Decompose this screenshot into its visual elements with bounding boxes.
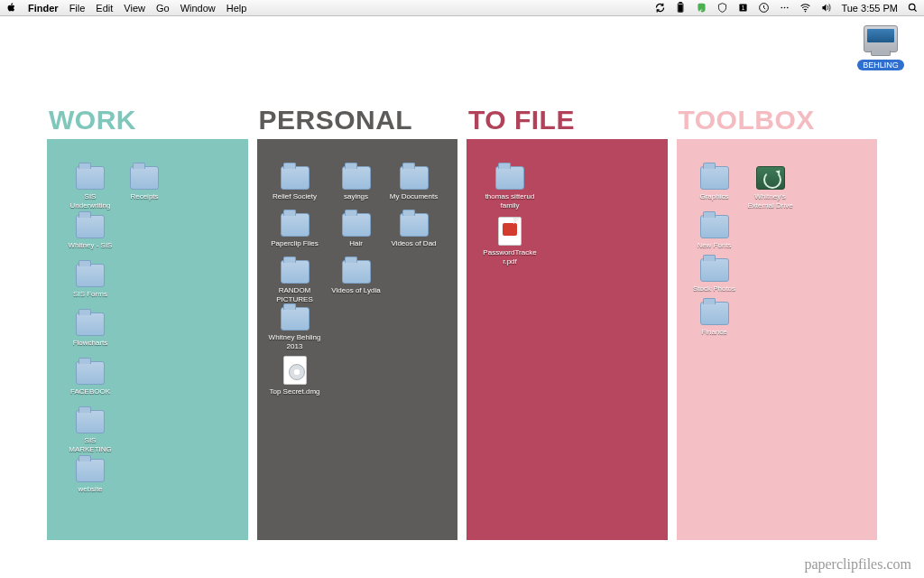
evernote-icon[interactable]: [696, 2, 707, 14]
icon-label: Paperclip Files: [268, 239, 322, 248]
drive-whitneys-external[interactable]: Whitney's External Drive: [744, 166, 798, 210]
folder-icon: [130, 166, 159, 190]
folder-icon: [281, 260, 310, 284]
timemachine-icon[interactable]: [758, 2, 770, 14]
desktop[interactable]: BEHLING WORK SIS Underwriting Receipts W…: [0, 16, 924, 578]
apple-menu[interactable]: [5, 2, 17, 14]
hard-drive-label: BEHLING: [857, 60, 904, 70]
menu-window[interactable]: Window: [180, 3, 216, 14]
zone-personal: PERSONAL Relief Society sayings My Docum…: [257, 125, 458, 540]
time-machine-drive-icon: [756, 166, 785, 190]
menu-edit[interactable]: Edit: [96, 3, 113, 14]
svg-point-8: [787, 7, 789, 9]
folder-icon: [342, 166, 371, 190]
folder-sis-underwriting[interactable]: SIS Underwriting: [63, 166, 117, 210]
dmg-icon: [283, 356, 307, 385]
icon-label: FACEBOOK: [63, 387, 117, 396]
zone-toolbox: TOOLBOX Graphics Whitney's External Driv…: [677, 125, 878, 540]
shield-icon[interactable]: [716, 2, 728, 14]
folder-sis-marketing[interactable]: SIS MARKETING: [63, 410, 117, 454]
svg-point-7: [784, 7, 786, 9]
watermark: paperclipfiles.com: [804, 556, 911, 573]
icon-label: website: [63, 485, 117, 494]
hard-drive-icon[interactable]: BEHLING: [854, 25, 908, 71]
folder-sayings[interactable]: sayings: [329, 166, 383, 201]
icon-label: Hair: [329, 239, 383, 248]
folder-paperclip-files[interactable]: Paperclip Files: [268, 213, 322, 248]
zone-work-title: WORK: [49, 105, 136, 135]
folder-icon: [700, 215, 729, 238]
folder-icon: [281, 213, 310, 237]
folder-icon: [76, 312, 105, 336]
menu-view[interactable]: View: [124, 3, 145, 14]
menu-help[interactable]: Help: [226, 3, 247, 14]
icon-label: RANDOM PICTURES: [268, 286, 322, 304]
folder-finance[interactable]: Finance: [688, 302, 742, 337]
folder-hair[interactable]: Hair: [329, 213, 383, 248]
icon-label: Videos of Dad: [387, 239, 441, 248]
folder-icon: [76, 459, 105, 482]
folder-receipts[interactable]: Receipts: [117, 166, 171, 201]
folder-icon: [342, 260, 371, 284]
onepassword-icon[interactable]: 1: [737, 2, 749, 14]
icon-label: Whitney - SIS: [63, 241, 117, 250]
pdf-icon: [498, 217, 522, 246]
zone-toolbox-box[interactable]: Graphics Whitney's External Drive New Fo…: [677, 139, 878, 540]
file-passwordtracker-pdf[interactable]: PasswordTracker.pdf: [483, 217, 537, 266]
zone-tofile-box[interactable]: thomas sitterud family PasswordTracker.p…: [467, 139, 668, 540]
svg-point-6: [781, 7, 783, 9]
folder-new-fonts[interactable]: New Fonts: [688, 215, 742, 250]
folder-icon: [342, 213, 371, 237]
folder-flowcharts[interactable]: Flowcharts: [63, 312, 117, 348]
zone-work: WORK SIS Underwriting Receipts Whitney -…: [47, 125, 248, 540]
file-top-secret-dmg[interactable]: Top Secret.dmg: [268, 356, 322, 396]
folder-videos-of-lydia[interactable]: Videos of Lydia: [329, 260, 383, 295]
folder-relief-society[interactable]: Relief Society: [268, 166, 322, 201]
folder-graphics[interactable]: Graphics: [688, 166, 742, 201]
zone-personal-box[interactable]: Relief Society sayings My Documents Pape…: [257, 139, 458, 540]
icon-label: SIS Underwriting: [63, 192, 117, 210]
zone-tofile: TO FILE thomas sitterud family PasswordT…: [467, 125, 668, 540]
svg-text:1: 1: [742, 5, 745, 11]
folder-whitney-behling-2013[interactable]: Whitney Behling 2013: [268, 307, 322, 351]
menu-file[interactable]: File: [69, 3, 86, 14]
menu-extra-icon[interactable]: [779, 2, 790, 14]
folder-website[interactable]: website: [63, 459, 117, 494]
icon-label: Whitney Behling 2013: [268, 333, 322, 351]
folder-icon: [76, 166, 105, 190]
folder-videos-of-dad[interactable]: Videos of Dad: [387, 213, 441, 248]
icon-label: My Documents: [387, 192, 441, 201]
wifi-icon[interactable]: [799, 2, 811, 14]
icon-label: Graphics: [688, 192, 742, 201]
icon-label: Relief Society: [268, 192, 322, 201]
zone-tofile-title: TO FILE: [468, 105, 575, 135]
zone-work-box[interactable]: SIS Underwriting Receipts Whitney - SIS …: [47, 139, 248, 540]
menubar-clock[interactable]: Tue 3:55 PM: [841, 3, 898, 14]
zone-toolbox-title: TOOLBOX: [679, 105, 815, 135]
folder-facebook[interactable]: FACEBOOK: [63, 361, 117, 396]
icon-label: SIS MARKETING: [63, 436, 117, 454]
sync-icon[interactable]: [654, 2, 666, 14]
imac-icon: [864, 25, 898, 52]
folder-sis-forms[interactable]: SIS Forms: [63, 264, 117, 299]
folder-my-documents[interactable]: My Documents: [387, 166, 441, 201]
battery-icon[interactable]: [675, 2, 687, 14]
volume-icon[interactable]: [820, 2, 832, 14]
folder-whitney-sis[interactable]: Whitney - SIS: [63, 215, 117, 250]
menubar-app-name[interactable]: Finder: [28, 3, 59, 14]
folder-icon: [700, 258, 729, 282]
spotlight-icon[interactable]: [907, 2, 919, 14]
folder-icon: [700, 166, 729, 190]
folder-icon: [76, 410, 105, 434]
folder-icon: [76, 361, 105, 385]
folder-icon: [281, 307, 310, 331]
zone-personal-title: PERSONAL: [259, 105, 413, 135]
folder-random-pictures[interactable]: RANDOM PICTURES: [268, 260, 322, 304]
icon-label: thomas sitterud family: [483, 192, 537, 210]
icon-label: sayings: [329, 192, 383, 201]
desktop-zones: WORK SIS Underwriting Receipts Whitney -…: [47, 125, 877, 540]
folder-stock-photos[interactable]: Stock Photos: [688, 258, 742, 294]
icon-label: SIS Forms: [63, 290, 117, 299]
folder-thomas-sitterud-family[interactable]: thomas sitterud family: [483, 166, 537, 210]
menu-go[interactable]: Go: [156, 3, 170, 14]
